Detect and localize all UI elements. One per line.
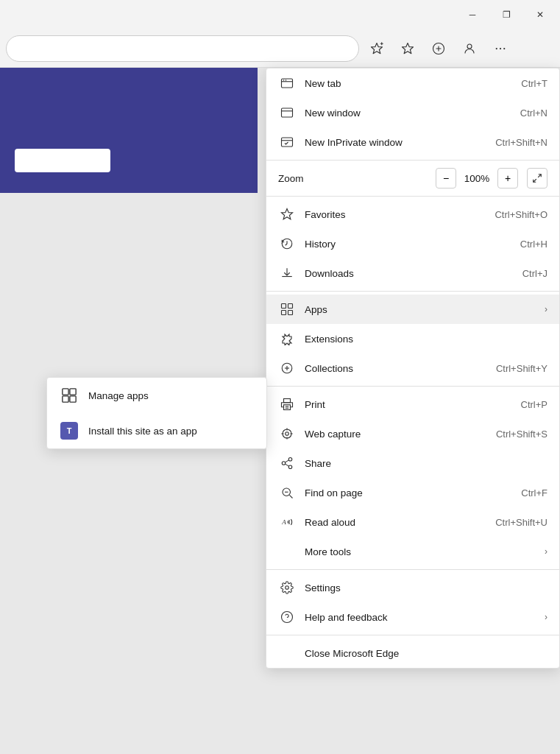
page-search-box [15,149,110,172]
favorites-item[interactable]: Favorites Ctrl+Shift+O [266,200,559,229]
svg-rect-11 [63,389,68,395]
profile-button[interactable] [456,35,483,62]
svg-point-43 [288,465,292,469]
manage-apps-label: Manage apps [88,390,149,401]
history-icon [278,235,296,253]
help-icon [278,608,296,626]
new-tab-label: New tab [305,78,506,89]
svg-rect-25 [288,304,293,309]
profile-icon [463,42,476,55]
close-button[interactable]: ✕ [523,3,557,27]
help-item[interactable]: Help and feedback › [266,602,559,632]
svg-point-35 [283,429,291,438]
install-site-icon: T [59,420,79,441]
zoom-value: 100% [462,173,492,184]
address-bar[interactable] [6,35,359,62]
install-site-item[interactable]: T Install this site as an app [47,413,266,448]
minimize-button[interactable]: ─ [456,3,489,27]
read-aloud-shortcut: Ctrl+Shift+U [495,517,547,528]
svg-line-20 [538,175,541,177]
print-item[interactable]: Print Ctrl+P [266,390,559,419]
svg-rect-27 [288,311,293,315]
svg-rect-19 [282,138,293,147]
divider-1 [266,160,559,161]
settings-icon [278,579,296,596]
zoom-out-button[interactable]: − [436,168,456,188]
divider-5 [266,569,559,570]
find-item[interactable]: Find on page Ctrl+F [266,478,559,507]
new-window-item[interactable]: New window Ctrl+N [266,98,559,127]
svg-rect-14 [70,396,76,402]
browser-content: Manage apps T Install this site as an ap… [0,68,560,754]
downloads-shortcut: Ctrl+J [522,268,547,279]
new-window-label: New window [305,108,506,119]
collections-item[interactable]: Collections Ctrl+Shift+Y [266,353,559,383]
svg-text:A: A [281,518,286,526]
toolbar [0,29,560,68]
find-label: Find on page [305,487,506,498]
zoom-in-button[interactable]: + [497,168,518,188]
divider-2 [266,196,559,197]
menu-button[interactable] [487,35,514,62]
svg-marker-22 [282,209,293,219]
close-edge-label: Close Microsoft Edge [305,648,547,659]
close-edge-item[interactable]: Close Microsoft Edge [266,638,559,668]
svg-point-10 [503,47,505,49]
inprivate-label: New InPrivate window [305,137,481,148]
inprivate-item[interactable]: New InPrivate window Ctrl+Shift+N [266,127,559,157]
more-tools-item[interactable]: More tools › [266,537,559,566]
divider-6 [266,635,559,635]
divider-4 [266,386,559,387]
svg-point-42 [282,462,286,465]
zoom-row: Zoom − 100% + [266,163,559,193]
more-tools-icon [278,543,296,560]
add-favorites-icon [370,42,383,55]
history-label: History [305,239,506,250]
share-icon [278,454,296,472]
inprivate-icon [278,133,296,151]
svg-point-41 [288,458,292,462]
restore-button[interactable]: ❐ [489,3,523,27]
favorites-label: Favorites [305,209,480,220]
more-tools-label: More tools [305,546,539,557]
add-favorites-button[interactable] [364,35,390,62]
install-site-label: Install this site as an app [88,426,197,437]
title-bar: ─ ❐ ✕ [0,0,560,29]
svg-rect-32 [284,405,291,410]
favorites-shortcut: Ctrl+Shift+O [495,209,547,220]
zoom-fullscreen-button[interactable] [527,168,547,188]
svg-point-50 [286,586,289,590]
share-item[interactable]: Share [266,448,559,478]
read-aloud-icon: A [278,513,296,531]
manage-apps-icon [59,385,79,406]
svg-rect-15 [282,79,293,88]
history-shortcut: Ctrl+H [520,239,547,250]
help-arrow-icon: › [545,612,547,622]
web-capture-label: Web capture [305,429,481,440]
manage-apps-item[interactable]: Manage apps [47,378,266,413]
svg-point-36 [286,432,289,436]
print-label: Print [305,399,506,410]
collections-button[interactable] [425,35,452,62]
svg-rect-13 [63,396,68,402]
teams-logo: T [60,422,78,440]
svg-line-45 [285,460,288,462]
more-tools-arrow-icon: › [545,546,547,557]
downloads-item[interactable]: Downloads Ctrl+J [266,258,559,288]
svg-line-44 [285,464,288,466]
read-aloud-item[interactable]: A Read aloud Ctrl+Shift+U [266,507,559,537]
page-background [0,68,258,193]
svg-point-7 [467,44,472,49]
title-bar-buttons: ─ ❐ ✕ [456,3,557,27]
web-capture-item[interactable]: Web capture Ctrl+Shift+S [266,419,559,448]
apps-item[interactable]: Apps › [266,295,559,324]
reading-list-button[interactable] [394,35,421,62]
extensions-icon [278,330,296,348]
extensions-item[interactable]: Extensions [266,324,559,353]
history-item[interactable]: History Ctrl+H [266,229,559,258]
main-menu: New tab Ctrl+T New window Ctrl+N [266,68,560,669]
settings-label: Settings [305,582,547,593]
zoom-label: Zoom [278,173,436,184]
new-tab-item[interactable]: New tab Ctrl+T [266,68,559,98]
settings-item[interactable]: Settings [266,573,559,602]
